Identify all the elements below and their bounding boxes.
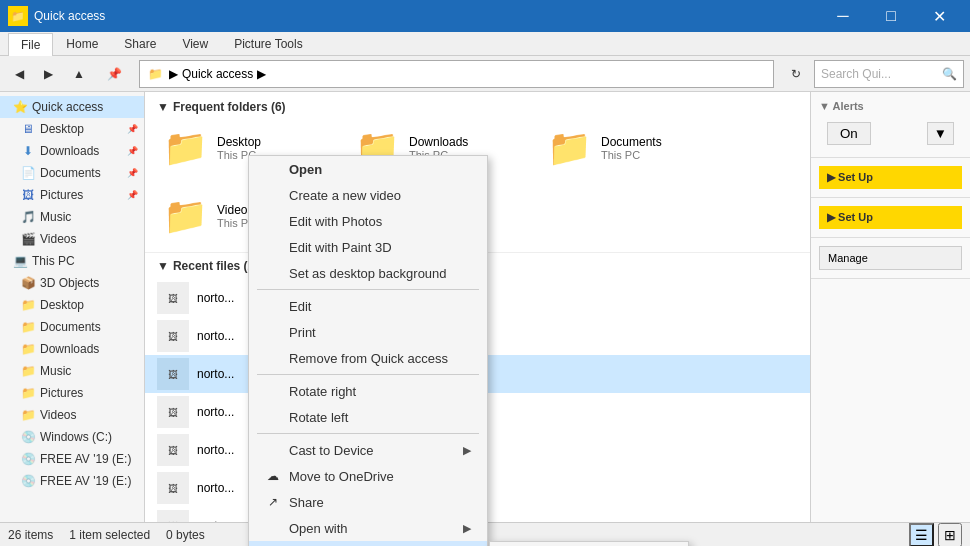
pin-button[interactable]: 📌 bbox=[98, 60, 131, 88]
up-icon: ▲ bbox=[73, 67, 85, 81]
ctx-print[interactable]: Print bbox=[249, 319, 487, 345]
sidebar-item-documents[interactable]: 📄 Documents 📌 bbox=[0, 162, 144, 184]
videos2-icon: 📁 bbox=[20, 407, 36, 423]
frequent-folders-header[interactable]: ▼ Frequent folders (6) bbox=[145, 92, 810, 120]
sidebar-item-pictures[interactable]: 🖼 Pictures 📌 bbox=[0, 184, 144, 206]
ctx-edit-photos[interactable]: Edit with Photos bbox=[249, 208, 487, 234]
sidebar-item-videos[interactable]: 🎬 Videos bbox=[0, 228, 144, 250]
ctx-open-with[interactable]: Open with ▶ bbox=[249, 515, 487, 541]
folder-documents-thumb: 📁 bbox=[545, 124, 593, 172]
sidebar: ⭐ Quick access 🖥 Desktop 📌 ⬇ Downloads 📌… bbox=[0, 92, 145, 522]
documents-icon: 📄 bbox=[20, 165, 36, 181]
sidebar-item-music-pc[interactable]: 📁 Music bbox=[0, 360, 144, 382]
address-bar[interactable]: 📁 ▶ Quick access ▶ bbox=[139, 60, 774, 88]
ctx-share-label: Share bbox=[289, 495, 324, 510]
minimize-button[interactable]: ─ bbox=[820, 0, 866, 32]
refresh-button[interactable]: ↻ bbox=[782, 60, 810, 88]
up-button[interactable]: ▲ bbox=[64, 60, 94, 88]
ctx-remove-quick-access[interactable]: Remove from Quick access bbox=[249, 345, 487, 371]
view-controls: ☰ ⊞ bbox=[909, 523, 962, 547]
tab-share[interactable]: Share bbox=[111, 32, 169, 55]
sidebar-item-pictures-pc[interactable]: 📁 Pictures bbox=[0, 382, 144, 404]
address-chevron: ▶ bbox=[257, 67, 266, 81]
music2-icon: 📁 bbox=[20, 363, 36, 379]
ctx-norton-360[interactable]: ✓ Norton 360 ▶ Scan Now Add to Backup Ex… bbox=[249, 541, 487, 546]
pin-indicator-2: 📌 bbox=[127, 146, 138, 156]
sidebar-item-free-av-2[interactable]: 💿 FREE AV '19 (E:) bbox=[0, 470, 144, 492]
ctx-edit-paint3d[interactable]: Edit with Paint 3D bbox=[249, 234, 487, 260]
sidebar-downloads-label: Downloads bbox=[40, 144, 99, 158]
ctx-share-icon: ↗ bbox=[265, 494, 281, 510]
setup-button-2[interactable]: ▶ Set Up bbox=[819, 206, 962, 229]
pictures2-icon: 📁 bbox=[20, 385, 36, 401]
folder-desktop-icon: 📁 bbox=[163, 127, 208, 169]
tab-picture-tools[interactable]: Picture Tools bbox=[221, 32, 315, 55]
search-box[interactable]: Search Qui... 🔍 bbox=[814, 60, 964, 88]
details-view-button[interactable]: ☰ bbox=[909, 523, 934, 547]
sidebar-vid-pc-label: Videos bbox=[40, 408, 76, 422]
sidebar-item-downloads-pc[interactable]: 📁 Downloads bbox=[0, 338, 144, 360]
alerts-dropdown[interactable]: ▼ bbox=[927, 122, 954, 145]
status-size: 0 bytes bbox=[166, 528, 205, 542]
ctx-openwith-icon bbox=[265, 520, 281, 536]
app-icon: 📁 bbox=[8, 6, 28, 26]
folder-documents-name: Documents bbox=[601, 135, 662, 149]
sidebar-item-documents-pc[interactable]: 📁 Documents bbox=[0, 316, 144, 338]
ctx-create-video[interactable]: Create a new video bbox=[249, 182, 487, 208]
tab-file[interactable]: File bbox=[8, 33, 53, 56]
sidebar-item-videos-pc[interactable]: 📁 Videos bbox=[0, 404, 144, 426]
manage-button[interactable]: Manage bbox=[819, 246, 962, 270]
ctx-cast-device[interactable]: Cast to Device ▶ bbox=[249, 437, 487, 463]
search-icon: 🔍 bbox=[942, 67, 957, 81]
alerts-on-button[interactable]: On bbox=[827, 122, 871, 145]
status-count: 26 items bbox=[8, 528, 53, 542]
sidebar-item-desktop-pc[interactable]: 📁 Desktop bbox=[0, 294, 144, 316]
sidebar-item-downloads[interactable]: ⬇ Downloads 📌 bbox=[0, 140, 144, 162]
manage-section: Manage bbox=[811, 238, 970, 279]
sidebar-item-music[interactable]: 🎵 Music bbox=[0, 206, 144, 228]
norton-submenu: Scan Now Add to Backup Exclude from Back… bbox=[489, 541, 689, 546]
setup-button-1[interactable]: ▶ Set Up bbox=[819, 166, 962, 189]
ctx-onedrive[interactable]: ☁ Move to OneDrive bbox=[249, 463, 487, 489]
folder-desktop-name: Desktop bbox=[217, 135, 261, 149]
pin-indicator: 📌 bbox=[127, 124, 138, 134]
sidebar-item-desktop[interactable]: 🖥 Desktop 📌 bbox=[0, 118, 144, 140]
ctx-remove-label: Remove from Quick access bbox=[289, 351, 448, 366]
ctx-share[interactable]: ↗ Share bbox=[249, 489, 487, 515]
sidebar-item-windows-c[interactable]: 💿 Windows (C:) bbox=[0, 426, 144, 448]
close-button[interactable]: ✕ bbox=[916, 0, 962, 32]
nav-buttons: ◀ ▶ ▲ bbox=[6, 60, 94, 88]
submenu-scan-now[interactable]: Scan Now bbox=[490, 542, 688, 546]
back-button[interactable]: ◀ bbox=[6, 60, 33, 88]
large-icons-view-button[interactable]: ⊞ bbox=[938, 523, 962, 547]
ctx-rotate-left-label: Rotate left bbox=[289, 410, 348, 425]
sidebar-free-av-2-label: FREE AV '19 (E:) bbox=[40, 474, 131, 488]
desktop2-icon: 📁 bbox=[20, 297, 36, 313]
sidebar-item-quick-access[interactable]: ⭐ Quick access bbox=[0, 96, 144, 118]
star-icon: ⭐ bbox=[12, 99, 28, 115]
sidebar-item-3d-objects[interactable]: 📦 3D Objects bbox=[0, 272, 144, 294]
refresh-icon: ↻ bbox=[791, 67, 801, 81]
sidebar-item-free-av-1[interactable]: 💿 FREE AV '19 (E:) bbox=[0, 448, 144, 470]
ctx-rotate-right-icon bbox=[265, 383, 281, 399]
sidebar-music-label: Music bbox=[40, 210, 71, 224]
ctx-open[interactable]: Open bbox=[249, 156, 487, 182]
documents2-icon: 📁 bbox=[20, 319, 36, 335]
folder-documents[interactable]: 📁 Documents This PC bbox=[541, 120, 721, 176]
sidebar-videos-label: Videos bbox=[40, 232, 76, 246]
ctx-rotate-right[interactable]: Rotate right bbox=[249, 378, 487, 404]
ctx-set-desktop[interactable]: Set as desktop background bbox=[249, 260, 487, 286]
sidebar-pictures-label: Pictures bbox=[40, 188, 83, 202]
sidebar-item-this-pc[interactable]: 💻 This PC bbox=[0, 250, 144, 272]
ctx-print-icon bbox=[265, 324, 281, 340]
tab-view[interactable]: View bbox=[169, 32, 221, 55]
forward-button[interactable]: ▶ bbox=[35, 60, 62, 88]
forward-icon: ▶ bbox=[44, 67, 53, 81]
downloads-icon: ⬇ bbox=[20, 143, 36, 159]
title-bar: 📁 Quick access ─ □ ✕ bbox=[0, 0, 970, 32]
ctx-edit[interactable]: Edit bbox=[249, 293, 487, 319]
ctx-rotate-left[interactable]: Rotate left bbox=[249, 404, 487, 430]
maximize-button[interactable]: □ bbox=[868, 0, 914, 32]
ctx-set-desktop-label: Set as desktop background bbox=[289, 266, 447, 281]
tab-home[interactable]: Home bbox=[53, 32, 111, 55]
